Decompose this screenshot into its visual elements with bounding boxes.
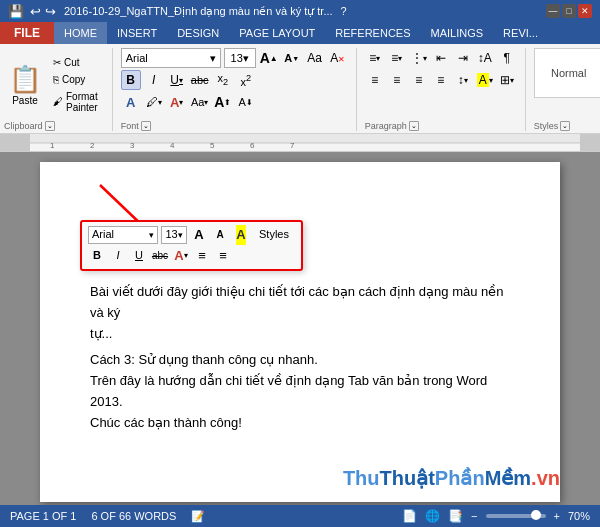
- view-outline-button[interactable]: 📑: [448, 509, 463, 523]
- styles-expand-button[interactable]: ⌄: [560, 121, 570, 131]
- font-name-arrow[interactable]: ▾: [210, 52, 216, 65]
- change-case-button[interactable]: Aa: [305, 48, 325, 68]
- mini-highlight-button[interactable]: A: [232, 226, 250, 244]
- svg-text:7: 7: [290, 141, 295, 150]
- bullets-button[interactable]: ≡▾: [365, 48, 385, 68]
- help-icon[interactable]: ?: [341, 5, 347, 17]
- font-size-arrow[interactable]: ▾: [243, 52, 249, 65]
- mini-bullets-button[interactable]: ≡: [193, 247, 211, 265]
- zoom-level[interactable]: 70%: [568, 510, 590, 522]
- mini-numbering-button[interactable]: ≡: [214, 247, 232, 265]
- mini-strikethrough-button[interactable]: abc: [151, 247, 169, 265]
- align-left-button[interactable]: ≡: [365, 70, 385, 90]
- format-painter-button[interactable]: 🖌 Format Painter: [49, 89, 104, 115]
- paste-button[interactable]: 📋 Paste: [4, 56, 46, 114]
- close-button[interactable]: ✕: [578, 4, 592, 18]
- font-size-dropdown[interactable]: 13 ▾: [224, 48, 256, 68]
- underline-arrow[interactable]: ▾: [179, 76, 183, 85]
- ruler-body[interactable]: 1 2 3 4 5 6 7: [30, 134, 580, 151]
- font-grow2-button[interactable]: A⬆: [213, 92, 233, 112]
- pilcrow-icon: ¶: [503, 51, 509, 65]
- strikethrough-button[interactable]: abc: [190, 70, 210, 90]
- mini-font-color-arrow[interactable]: ▾: [184, 250, 188, 263]
- mini-font-arrow[interactable]: ▾: [149, 228, 154, 242]
- mini-underline-button[interactable]: U: [130, 247, 148, 265]
- save-icon[interactable]: 💾: [8, 4, 24, 19]
- sort-button[interactable]: ↕A: [475, 48, 495, 68]
- copy-button[interactable]: ⎘ Copy: [49, 72, 104, 87]
- clipboard-expand-button[interactable]: ⌄: [45, 121, 55, 131]
- mini-size-dropdown[interactable]: 13 ▾: [161, 226, 187, 244]
- minimize-button[interactable]: —: [546, 4, 560, 18]
- mini-font-dropdown[interactable]: Arial ▾: [88, 226, 158, 244]
- undo-icon[interactable]: ↩: [30, 4, 41, 19]
- underline-icon: U: [170, 73, 179, 87]
- font-color-button[interactable]: A▾: [167, 92, 187, 112]
- increase-indent-button[interactable]: ⇥: [453, 48, 473, 68]
- ruler-right-margin: [580, 134, 600, 151]
- status-right: 📄 🌐 📑 − + 70%: [402, 509, 590, 523]
- italic-button[interactable]: I: [144, 70, 164, 90]
- aa-arrow[interactable]: ▾: [204, 98, 208, 107]
- text-effects-button[interactable]: A: [121, 92, 141, 112]
- page-layout-menu[interactable]: PAGE LAYOUT: [229, 22, 325, 44]
- mini-styles-button[interactable]: Styles: [253, 226, 295, 244]
- numbering-icon: ≡: [391, 51, 398, 65]
- design-menu[interactable]: DESIGN: [167, 22, 229, 44]
- zoom-thumb[interactable]: [531, 510, 541, 520]
- borders-icon: ⊞: [500, 73, 510, 87]
- view-print-button[interactable]: 📄: [402, 509, 417, 523]
- mini-shrink-button[interactable]: A: [211, 226, 229, 244]
- zoom-slider[interactable]: [486, 514, 546, 518]
- doc-line4-text: Trên đây là hướng dẫn chi tiết về định d…: [90, 373, 487, 409]
- mailings-menu[interactable]: MAILINGS: [421, 22, 494, 44]
- font-aa-button[interactable]: Aa▾: [190, 92, 210, 112]
- borders-button[interactable]: ⊞▾: [497, 70, 517, 90]
- pilcrow-button[interactable]: ¶: [497, 48, 517, 68]
- references-menu[interactable]: REFERENCES: [325, 22, 420, 44]
- font-group: Arial ▾ 13 ▾ A▲ A▼ Aa A✕ B I: [121, 48, 357, 131]
- mini-size-arrow[interactable]: ▾: [178, 228, 183, 242]
- mini-strikethrough-icon: abc: [152, 248, 168, 264]
- font-color-arrow[interactable]: ▾: [179, 98, 183, 107]
- subscript-button[interactable]: x2: [213, 70, 233, 90]
- grow-font-button[interactable]: A▲: [259, 48, 279, 68]
- watermark-vn: .vn: [531, 467, 560, 489]
- highlight-button[interactable]: 🖊▾: [144, 92, 164, 112]
- align-right-button[interactable]: ≡: [409, 70, 429, 90]
- home-menu[interactable]: HOME: [54, 22, 107, 44]
- cut-button[interactable]: ✂ Cut: [49, 55, 104, 70]
- multilevel-button[interactable]: ⋮▾: [409, 48, 429, 68]
- zoom-plus-button[interactable]: +: [554, 510, 560, 522]
- line-spacing-button[interactable]: ↕▾: [453, 70, 473, 90]
- insert-menu[interactable]: INSERT: [107, 22, 167, 44]
- decrease-indent-button[interactable]: ⇤: [431, 48, 451, 68]
- clipboard-content: 📋 Paste ✂ Cut ⎘ Copy 🖌 Format Painter: [4, 48, 104, 121]
- highlight-arrow[interactable]: ▾: [158, 98, 162, 107]
- mini-bold-button[interactable]: B: [88, 247, 106, 265]
- view-web-button[interactable]: 🌐: [425, 509, 440, 523]
- mini-font-color-button[interactable]: A ▾: [172, 247, 190, 265]
- shading-button[interactable]: A▾: [475, 70, 495, 90]
- mini-grow-button[interactable]: A: [190, 226, 208, 244]
- superscript-button[interactable]: x2: [236, 70, 256, 90]
- align-center-button[interactable]: ≡: [387, 70, 407, 90]
- font-name-dropdown[interactable]: Arial ▾: [121, 48, 221, 68]
- para-expand-button[interactable]: ⌄: [409, 121, 419, 131]
- maximize-button[interactable]: □: [562, 4, 576, 18]
- redo-icon[interactable]: ↪: [45, 4, 56, 19]
- clear-format-button[interactable]: A✕: [328, 48, 348, 68]
- underline-button[interactable]: U▾: [167, 70, 187, 90]
- font-shrink2-button[interactable]: A⬇: [236, 92, 256, 112]
- font-expand-button[interactable]: ⌄: [141, 121, 151, 131]
- styles-gallery[interactable]: Normal: [534, 48, 600, 98]
- clear-format-icon: A✕: [330, 51, 345, 65]
- shrink-font-button[interactable]: A▼: [282, 48, 302, 68]
- bold-button[interactable]: B: [121, 70, 141, 90]
- justify-button[interactable]: ≡: [431, 70, 451, 90]
- numbering-button[interactable]: ≡▾: [387, 48, 407, 68]
- review-menu[interactable]: REVI...: [493, 22, 548, 44]
- file-menu[interactable]: FILE: [0, 22, 54, 44]
- mini-italic-button[interactable]: I: [109, 247, 127, 265]
- zoom-minus-button[interactable]: −: [471, 510, 477, 522]
